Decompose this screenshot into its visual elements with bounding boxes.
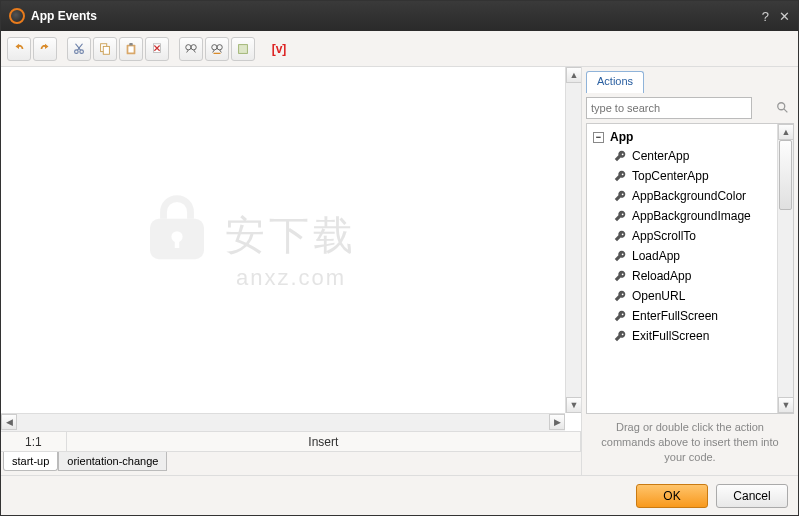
svg-rect-11 <box>150 219 204 260</box>
category-label: App <box>610 130 633 144</box>
svg-point-9 <box>217 44 222 49</box>
tab-orientation-change[interactable]: orientation-change <box>58 452 167 471</box>
code-editor[interactable]: 安下载 anxz.com ▲▼ ◀▶ <box>1 67 581 431</box>
action-loadapp[interactable]: LoadApp <box>589 246 775 266</box>
action-reloadapp[interactable]: ReloadApp <box>589 266 775 286</box>
close-icon[interactable]: ✕ <box>779 9 790 24</box>
wrench-icon <box>613 329 627 343</box>
action-topcenterapp[interactable]: TopCenterApp <box>589 166 775 186</box>
wrench-icon <box>613 189 627 203</box>
undo-button[interactable] <box>7 37 31 61</box>
app-events-dialog: App Events ? ✕ [v] 安下载 anxz.com ▲▼ ◀▶ <box>0 0 799 516</box>
wrench-icon <box>613 249 627 263</box>
app-icon <box>9 8 25 24</box>
cursor-position: 1:1 <box>1 432 67 451</box>
editor-hscroll[interactable]: ◀▶ <box>1 413 565 431</box>
wrench-icon <box>613 149 627 163</box>
event-tabs: start-up orientation-change <box>1 451 581 475</box>
cut-button[interactable] <box>67 37 91 61</box>
svg-rect-10 <box>239 44 248 53</box>
svg-point-12 <box>171 231 182 242</box>
svg-point-8 <box>212 44 217 49</box>
action-appscrollto[interactable]: AppScrollTo <box>589 226 775 246</box>
search-input[interactable] <box>586 97 752 119</box>
watermark-icon <box>141 194 213 266</box>
actions-hint: Drag or double click the action commands… <box>582 414 798 475</box>
actions-vscroll[interactable]: ▲ ▼ <box>777 124 793 413</box>
svg-point-13 <box>778 103 785 110</box>
copy-button[interactable] <box>93 37 117 61</box>
svg-rect-4 <box>129 42 133 45</box>
help-icon[interactable]: ? <box>762 9 769 24</box>
window-title: App Events <box>31 9 752 23</box>
tab-actions[interactable]: Actions <box>586 71 644 93</box>
status-bar: 1:1 Insert <box>1 431 581 451</box>
wrench-icon <box>613 309 627 323</box>
bookmark-button[interactable] <box>231 37 255 61</box>
cancel-button[interactable]: Cancel <box>716 484 788 508</box>
editor-area: 安下载 anxz.com ▲▼ ◀▶ 1:1 Insert start-up o… <box>1 67 582 475</box>
ok-button[interactable]: OK <box>636 484 708 508</box>
main-area: 安下载 anxz.com ▲▼ ◀▶ 1:1 Insert start-up o… <box>1 67 798 475</box>
action-appbackgroundimage[interactable]: AppBackgroundImage <box>589 206 775 226</box>
action-exitfullscreen[interactable]: ExitFullScreen <box>589 326 775 346</box>
side-tabs: Actions <box>582 67 798 93</box>
collapse-icon[interactable]: − <box>593 132 604 143</box>
tree-category-app[interactable]: − App <box>589 128 775 146</box>
svg-rect-3 <box>128 46 133 52</box>
search-icon <box>776 101 790 115</box>
dialog-footer: OK Cancel <box>1 475 798 515</box>
wrench-icon <box>613 289 627 303</box>
svg-point-7 <box>191 44 196 49</box>
action-centerapp[interactable]: CenterApp <box>589 146 775 166</box>
wrench-icon <box>613 169 627 183</box>
action-openurl[interactable]: OpenURL <box>589 286 775 306</box>
action-enterfullscreen[interactable]: EnterFullScreen <box>589 306 775 326</box>
wrench-icon <box>613 209 627 223</box>
action-appbackgroundcolor[interactable]: AppBackgroundColor <box>589 186 775 206</box>
actions-panel: Actions − App CenterApp TopCenterApp App… <box>582 67 798 475</box>
wrench-icon <box>613 229 627 243</box>
titlebar: App Events ? ✕ <box>1 1 798 31</box>
delete-button[interactable] <box>145 37 169 61</box>
find-replace-button[interactable] <box>205 37 229 61</box>
watermark-text: 安下载 anxz.com <box>225 208 357 291</box>
edit-mode: Insert <box>67 432 581 451</box>
paste-button[interactable] <box>119 37 143 61</box>
variables-toggle[interactable]: [v] <box>265 37 293 61</box>
actions-tree: − App CenterApp TopCenterApp AppBackgrou… <box>586 123 794 414</box>
tab-start-up[interactable]: start-up <box>3 452 58 471</box>
editor-vscroll[interactable]: ▲▼ <box>565 67 581 413</box>
find-button[interactable] <box>179 37 203 61</box>
toolbar: [v] <box>1 31 798 67</box>
svg-rect-1 <box>103 46 109 54</box>
wrench-icon <box>613 269 627 283</box>
scroll-thumb[interactable] <box>779 140 792 210</box>
svg-point-6 <box>186 44 191 49</box>
redo-button[interactable] <box>33 37 57 61</box>
